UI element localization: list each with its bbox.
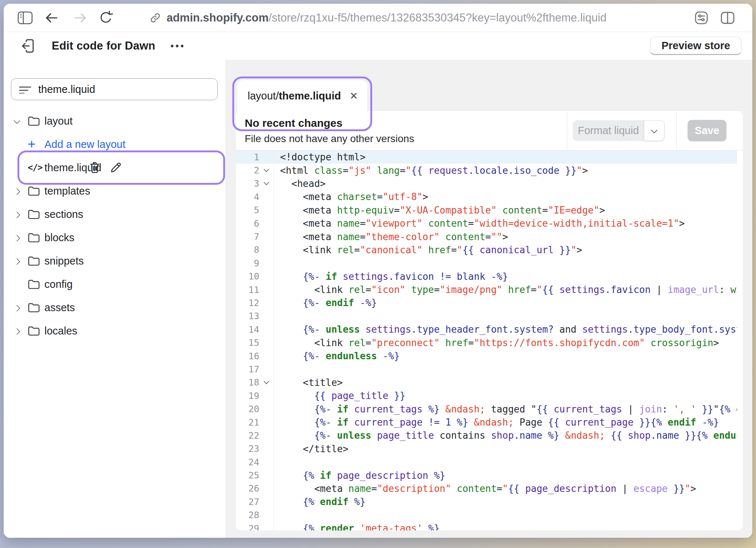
tree-file-theme.liquid[interactable]: </>theme.liquid	[4, 156, 225, 179]
code-line: 7 <meta name="theme-color" content="">	[236, 230, 737, 243]
gutter-cell: 22	[236, 429, 274, 442]
tree-folder-config[interactable]: config	[4, 273, 225, 296]
tree-folder-snippets[interactable]: snippets	[4, 249, 225, 273]
save-button[interactable]: Save	[688, 120, 727, 141]
gutter-cell: 27	[236, 495, 274, 508]
chevron-right-icon[interactable]	[13, 328, 20, 334]
gutter-cell: 2	[236, 164, 274, 177]
line-number: 19	[236, 391, 259, 401]
code-editor[interactable]: 1<!doctype html>2<html class="js" lang="…	[236, 150, 743, 531]
url-bar[interactable]: admin.shopify.com/store/rzq1xu-f5/themes…	[149, 11, 606, 24]
tab-close-button[interactable]: ×	[349, 89, 358, 102]
tree-folder-blocks[interactable]: blocks	[4, 226, 225, 249]
fold-icon[interactable]	[263, 379, 269, 384]
gutter-cell: 28	[236, 509, 274, 522]
chevron-right-icon[interactable]	[13, 258, 20, 265]
toolbar-divider	[567, 111, 567, 150]
fold-icon[interactable]	[263, 180, 269, 185]
format-liquid-button[interactable]: Format liquid	[573, 120, 644, 141]
code-line: 1<!doctype html>	[236, 150, 737, 164]
chevron-right-icon[interactable]	[13, 211, 20, 218]
code-line: 3 <head>	[236, 177, 737, 190]
line-number: 17	[236, 364, 259, 375]
forward-icon[interactable]	[73, 12, 87, 24]
overflow-menu-button[interactable]: •••	[170, 41, 185, 51]
code-text: {%- endunless -%}	[274, 351, 737, 361]
code-file-icon: </>	[28, 163, 43, 173]
gutter-cell: 20	[236, 402, 274, 415]
line-number: 24	[236, 457, 259, 467]
link-icon	[149, 12, 161, 24]
tree-folder-layout[interactable]: layout	[4, 109, 225, 133]
exit-editor-button[interactable]	[21, 39, 36, 53]
chevron-right-icon[interactable]	[13, 305, 20, 311]
gutter-cell: 23	[236, 442, 274, 455]
line-number: 13	[236, 311, 259, 321]
line-number: 8	[236, 244, 259, 255]
tree-folder-templates[interactable]: templates	[4, 179, 225, 203]
gutter-cell: 4	[236, 190, 274, 203]
tree-item-label: snippets	[44, 255, 84, 267]
fold-icon[interactable]	[263, 167, 269, 172]
tree-item-label: blocks	[44, 232, 74, 244]
code-line: 22 {%- unless page_title contains shop.n…	[236, 429, 737, 442]
gutter-cell: 10	[236, 270, 274, 283]
file-row-actions	[89, 161, 122, 174]
tree-item-label: templates	[44, 185, 90, 197]
gutter-cell: 18	[236, 376, 274, 389]
line-number: 21	[236, 417, 259, 428]
rename-file-button[interactable]	[110, 162, 122, 173]
line-number: 28	[236, 510, 259, 520]
code-line: 5 <meta http-equiv="X-UA-Compatible" con…	[236, 204, 737, 217]
chevron-right-icon[interactable]	[13, 235, 20, 241]
code-line: 29 {% render 'meta-tags' %}	[236, 522, 737, 531]
gutter-cell: 12	[236, 296, 274, 309]
reload-icon[interactable]	[99, 11, 113, 25]
sidebar: layout+Add a new layout</>theme.liquidte…	[4, 60, 226, 538]
tree-folder-locales[interactable]: locales	[4, 319, 225, 342]
code-text: {% endif %}	[274, 496, 737, 507]
folder-icon	[28, 255, 43, 266]
line-number: 22	[236, 430, 259, 441]
code-text: {%- if current_page != 1 %} &ndash; Page…	[274, 417, 737, 428]
code-line: 9	[236, 257, 737, 270]
code-line: 28	[236, 509, 737, 522]
back-icon[interactable]	[44, 12, 59, 24]
split-view-icon[interactable]	[720, 11, 735, 24]
add-layout-button[interactable]: +Add a new layout	[4, 133, 225, 156]
url-text: admin.shopify.com/store/rzq1xu-f5/themes…	[166, 11, 606, 24]
line-number: 10	[236, 271, 259, 282]
gutter-cell: 7	[236, 230, 274, 243]
gutter-cell: 15	[236, 336, 274, 349]
file-search-input[interactable]	[38, 83, 210, 95]
tree-folder-assets[interactable]: assets	[4, 296, 225, 319]
folder-icon	[28, 302, 43, 313]
code-lines: 1<!doctype html>2<html class="js" lang="…	[236, 150, 737, 531]
chevron-down-icon[interactable]	[13, 117, 20, 124]
editor-tab[interactable]: layout/theme.liquid ×	[237, 80, 367, 111]
format-liquid-dropdown[interactable]	[644, 120, 665, 141]
chevron-down-icon	[651, 127, 657, 133]
line-number: 1	[236, 152, 259, 163]
code-text: <link rel="icon" type="image/png" href="…	[274, 284, 737, 295]
sidebar-toggle-icon[interactable]	[17, 11, 33, 24]
chevron-right-icon[interactable]	[13, 188, 20, 195]
preview-store-button[interactable]: Preview store	[650, 37, 741, 55]
code-text: <link rel="canonical" href="{{ canonical…	[274, 244, 737, 255]
gutter-cell: 3	[236, 177, 274, 190]
filter-icon	[19, 84, 32, 94]
page-settings-icon[interactable]	[694, 11, 709, 25]
code-line: 8 <link rel="canonical" href="{{ canonic…	[236, 243, 737, 257]
file-search-box[interactable]	[11, 78, 218, 100]
browser-window: admin.shopify.com/store/rzq1xu-f5/themes…	[4, 4, 752, 538]
tree-item-label: layout	[44, 115, 72, 127]
tree-folder-sections[interactable]: sections	[4, 203, 225, 226]
folder-icon	[28, 279, 43, 290]
line-number: 27	[236, 497, 259, 507]
gutter-cell: 29	[236, 522, 274, 531]
content: layout+Add a new layout</>theme.liquidte…	[4, 60, 752, 538]
tree-item-label: locales	[44, 325, 77, 337]
status-title: No recent changes	[245, 117, 342, 129]
delete-file-button[interactable]	[89, 161, 101, 174]
code-text: <meta charset="utf-8">	[274, 191, 737, 202]
